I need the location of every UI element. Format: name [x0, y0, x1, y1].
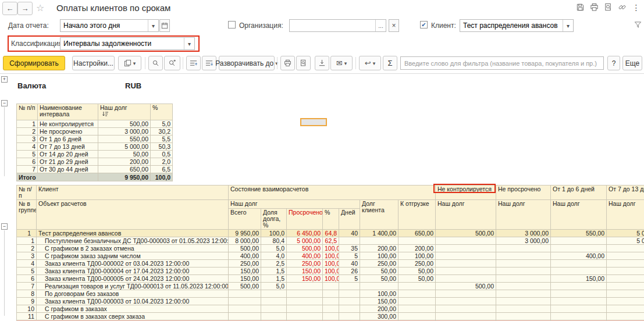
cell-num[interactable]: 10: [17, 305, 37, 313]
cell-prosr[interactable]: 250,00: [287, 260, 323, 268]
report-variants-button[interactable]: ▾: [118, 56, 141, 70]
cell-debt[interactable]: 3 000,00: [98, 128, 151, 135]
collapse-groups-button[interactable]: [186, 56, 201, 70]
cell-prosr[interactable]: 150,00: [287, 275, 323, 283]
cell-dolg[interactable]: 1 400,00: [360, 230, 399, 237]
cell-otgr[interactable]: 50,00: [399, 275, 436, 283]
favorite-star-icon[interactable]: ☆: [36, 2, 44, 13]
cell-pct[interactable]: 64,8: [323, 230, 339, 237]
cell-name[interactable]: От 30 до 44 дней: [38, 166, 98, 173]
cell-num[interactable]: 7: [17, 283, 37, 290]
cell-o16[interactable]: [551, 283, 607, 290]
cell-dolg[interactable]: [360, 283, 399, 290]
cell-dolg[interactable]: [360, 237, 399, 245]
cell-np[interactable]: [496, 245, 551, 252]
cell-dney[interactable]: 5: [339, 275, 360, 283]
cell-nk[interactable]: [436, 313, 496, 320]
settings-button[interactable]: Настройки...: [72, 56, 115, 70]
cell-dolya[interactable]: [261, 313, 287, 320]
cell-pct[interactable]: 100,0: [323, 245, 339, 252]
column-header-our-debt[interactable]: Наш долг: [607, 200, 644, 230]
generate-button[interactable]: Сформировать: [3, 56, 65, 70]
column-header-percent[interactable]: %: [151, 104, 173, 120]
column-header-percent[interactable]: %: [323, 209, 339, 230]
cell-np[interactable]: [496, 298, 551, 305]
cell-vsego[interactable]: 250,00: [229, 260, 261, 268]
chevron-down-icon[interactable]: ▾: [563, 20, 573, 31]
column-header-our-debt[interactable]: Наш долг: [496, 200, 551, 230]
cell-np[interactable]: 3 000,00: [496, 237, 551, 245]
column-header-not-controlled[interactable]: Не контролируется: [436, 186, 496, 200]
cell-o713[interactable]: [607, 298, 644, 305]
save-icon[interactable]: [576, 3, 585, 12]
cell-vsego[interactable]: 9 950,00: [229, 230, 261, 237]
choose-ellipsis-button[interactable]: ...: [375, 20, 386, 31]
cell-dolya[interactable]: [261, 290, 287, 298]
cell-pct[interactable]: 5,0: [151, 120, 173, 128]
cell-vsego[interactable]: 150,00: [229, 275, 261, 283]
classification-field[interactable]: Интервалы задолженности ▾: [60, 37, 195, 50]
cell-pct[interactable]: 6,5: [151, 166, 173, 173]
cell-vsego[interactable]: 500,00: [229, 245, 261, 252]
cell-nk[interactable]: [436, 305, 496, 313]
cell-dolya[interactable]: 100,0: [261, 230, 287, 237]
cell-num[interactable]: 6: [17, 158, 38, 166]
cell-dney[interactable]: [339, 283, 360, 290]
cell-np[interactable]: [496, 290, 551, 298]
cell-pct[interactable]: 100,0: [151, 173, 173, 181]
calendar-button[interactable]: [159, 19, 170, 32]
column-header-our-debt[interactable]: Наш долг: [551, 200, 607, 230]
cell-name[interactable]: С графиком в заказах сверх заказа: [37, 313, 229, 320]
cell-name[interactable]: По договорам без заказов: [37, 290, 229, 298]
cell-debt[interactable]: 9 950,00: [98, 173, 151, 181]
cell-name[interactable]: Поступление безналичных ДС ТД00-000003 о…: [37, 237, 229, 245]
column-header-1-6-days[interactable]: От 1 до 6 дней: [551, 186, 607, 200]
column-header-our-debt[interactable]: Наш долг: [436, 200, 496, 230]
cell-num[interactable]: 7: [17, 166, 38, 173]
cell-vsego[interactable]: 8 000,00: [229, 237, 261, 245]
print-icon[interactable]: [590, 3, 599, 12]
cell-np[interactable]: [496, 268, 551, 275]
chevron-down-icon[interactable]: ▾: [148, 20, 158, 31]
cell-dolg[interactable]: 250,00: [360, 260, 399, 268]
help-button[interactable]: ?: [607, 56, 620, 70]
cell-dolya[interactable]: 5,0: [261, 245, 287, 252]
cell-dney[interactable]: 40: [339, 230, 360, 237]
expand-to-button[interactable]: Разворачивать до ▾: [219, 56, 275, 70]
cell-dolg[interactable]: 200,00: [360, 245, 399, 252]
client-checkbox[interactable]: ✔: [420, 21, 428, 28]
chevron-down-icon[interactable]: ▾: [184, 38, 194, 49]
cell-pct[interactable]: 100,0: [323, 275, 339, 283]
cell-otgr[interactable]: [399, 237, 436, 245]
cell-otgr[interactable]: 100,00: [399, 252, 436, 260]
cell-otgr[interactable]: [399, 305, 436, 313]
cell-name[interactable]: С графиком в заказах: [37, 305, 229, 313]
cell-dolg[interactable]: 200,00: [360, 305, 399, 313]
cell-dolg[interactable]: 100,00: [360, 252, 399, 260]
cell-vsego[interactable]: [229, 313, 261, 320]
column-header-our-debt[interactable]: Наш долг: [229, 200, 360, 209]
cell-otgr[interactable]: [399, 290, 436, 298]
cell-num[interactable]: 2: [17, 128, 38, 135]
cell-otgr[interactable]: [399, 313, 436, 320]
cell-dolg[interactable]: 300,00: [360, 313, 399, 320]
cell-dney[interactable]: 26: [339, 268, 360, 275]
cell-name[interactable]: Заказ клиента ТД00-000003 от 10.04.2023 …: [37, 298, 229, 305]
cell-np[interactable]: [496, 305, 551, 313]
cell-pct[interactable]: 30,2: [151, 128, 173, 135]
cell-dolg[interactable]: 100,00: [360, 290, 399, 298]
cell-np[interactable]: 3 000,00: [496, 230, 551, 237]
cell-dolg[interactable]: 50,00: [360, 275, 399, 283]
cell-o16[interactable]: 400,00: [551, 252, 607, 260]
cell-pct[interactable]: [323, 305, 339, 313]
forward-button[interactable]: →: [17, 2, 33, 15]
cell-name[interactable]: Заказ клиента ТД00-000005 от 24.04.2023 …: [37, 275, 229, 283]
cell-o713[interactable]: [607, 260, 644, 268]
cell-num[interactable]: 6: [17, 275, 37, 283]
cell-pct[interactable]: 100,0: [323, 252, 339, 260]
cell-nk[interactable]: [436, 260, 496, 268]
cell-name[interactable]: Тест распределения авансов: [37, 230, 229, 237]
collapse-client-group-toggle[interactable]: −: [1, 223, 8, 230]
column-header-not-overdue[interactable]: Не просрочено: [496, 186, 551, 200]
column-header-settlement-state[interactable]: Состояние взаиморасчетов: [229, 186, 436, 200]
